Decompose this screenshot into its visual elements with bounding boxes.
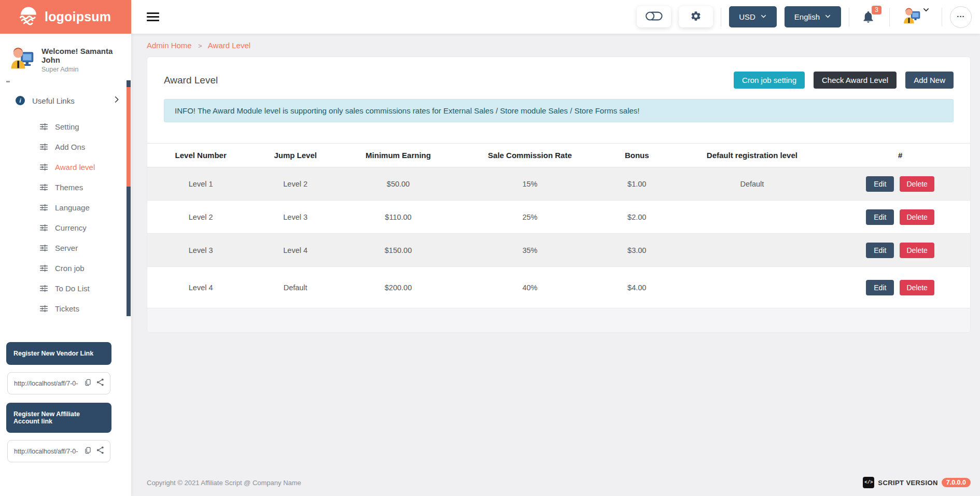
cell-level-number: Level 3 bbox=[147, 234, 254, 267]
edit-button[interactable]: Edit bbox=[866, 209, 894, 225]
hamburger-menu-icon[interactable] bbox=[147, 10, 159, 23]
gear-icon bbox=[690, 10, 702, 23]
cell-commission-rate: 15% bbox=[460, 167, 600, 201]
cell-bonus: $3.00 bbox=[600, 234, 674, 267]
sidebar-item-award-level[interactable]: Award level bbox=[0, 157, 131, 177]
sidebar-item-setting[interactable]: Setting bbox=[0, 117, 131, 137]
register-links-block: Register New Vendor Link http://localhos… bbox=[6, 342, 111, 471]
affiliate-link-input[interactable]: http://localhost/aff/7-0- bbox=[7, 440, 110, 462]
breadcrumb-separator: > bbox=[198, 42, 202, 50]
notifications-button[interactable]: 3 bbox=[857, 8, 881, 26]
sidebar-item-add-ons[interactable]: Add Ons bbox=[0, 137, 131, 157]
breadcrumb: Admin Home > Award Level bbox=[131, 34, 980, 50]
edit-button[interactable]: Edit bbox=[866, 280, 894, 295]
user-menu[interactable] bbox=[898, 6, 934, 28]
table-empty-row bbox=[147, 308, 970, 332]
cell-minimum-earning: $50.00 bbox=[337, 167, 460, 201]
sliders-icon bbox=[39, 163, 48, 172]
divider bbox=[889, 8, 890, 26]
card-header: Award Level Cron job setting Check Award… bbox=[147, 57, 970, 98]
user-avatar bbox=[902, 6, 921, 28]
check-award-level-button[interactable]: Check Award Level bbox=[814, 72, 897, 89]
column-header: Minimum Earning bbox=[337, 144, 460, 167]
table-row: Level 2 Level 3 $110.00 25% $2.00 Edit D… bbox=[147, 201, 970, 234]
edit-button[interactable]: Edit bbox=[866, 176, 894, 192]
vendor-link-input[interactable]: http://localhost/aff/7-0- bbox=[7, 372, 110, 394]
table-header-row: Level Number Jump Level Minimum Earning … bbox=[147, 144, 970, 167]
sidebar-item-server[interactable]: Server bbox=[0, 238, 131, 258]
delete-button[interactable]: Delete bbox=[900, 243, 934, 258]
column-header: Bonus bbox=[600, 144, 674, 167]
cell-level-number: Level 1 bbox=[147, 167, 254, 201]
sidebar-section-useful-links[interactable]: i Useful Links bbox=[0, 92, 131, 109]
breadcrumb-admin-home[interactable]: Admin Home bbox=[147, 41, 192, 50]
share-icon[interactable] bbox=[96, 378, 105, 389]
delete-button[interactable]: Delete bbox=[900, 209, 934, 225]
column-header: Level Number bbox=[147, 144, 254, 167]
page-title: Award Level bbox=[164, 75, 218, 86]
cell-jump-level: Level 3 bbox=[254, 201, 337, 234]
row-actions: Edit Delete bbox=[830, 209, 970, 225]
copy-icon[interactable] bbox=[84, 446, 92, 457]
script-version: </> SCRIPT VERSION 7.0.0.0 bbox=[863, 477, 971, 488]
language-dropdown[interactable]: English bbox=[785, 6, 841, 27]
notification-badge: 3 bbox=[872, 6, 881, 15]
sliders-icon bbox=[39, 264, 48, 273]
table-row: Level 3 Level 4 $150.00 35% $3.00 Edit D… bbox=[147, 234, 970, 267]
sidebar-scrollbar[interactable] bbox=[127, 80, 131, 316]
code-file-icon: </> bbox=[863, 477, 874, 488]
table-row: Level 1 Level 2 $50.00 15% $1.00 Default… bbox=[147, 167, 970, 201]
register-affiliate-button[interactable]: Register New Affiliate Account link bbox=[6, 403, 111, 433]
cell-commission-rate: 25% bbox=[460, 201, 600, 234]
user-role: Super Admin bbox=[41, 66, 124, 73]
delete-button[interactable]: Delete bbox=[900, 176, 934, 192]
sidebar: logoipsum Welcome! Samanta John Super Ad… bbox=[0, 0, 131, 496]
sliders-icon bbox=[39, 183, 48, 192]
footer: Copyright © 2021 Affiliate Script @ Comp… bbox=[147, 477, 971, 488]
edit-button[interactable]: Edit bbox=[866, 243, 894, 258]
collapsed-menu-dash bbox=[6, 81, 10, 82]
sidebar-menu: Setting Add Ons Award level Themes Langu… bbox=[0, 117, 131, 319]
add-new-button[interactable]: Add New bbox=[905, 72, 954, 89]
copy-icon[interactable] bbox=[84, 378, 92, 389]
sidebar-item-to-do-list[interactable]: To Do List bbox=[0, 278, 131, 299]
sidebar-item-language[interactable]: Language bbox=[0, 197, 131, 218]
register-vendor-button[interactable]: Register New Vendor Link bbox=[6, 342, 111, 365]
row-actions: Edit Delete bbox=[830, 280, 970, 295]
sidebar-item-themes[interactable]: Themes bbox=[0, 177, 131, 197]
breadcrumb-current[interactable]: Award Level bbox=[208, 41, 250, 50]
sliders-icon bbox=[39, 244, 48, 252]
affiliate-link-url: http://localhost/aff/7-0- bbox=[14, 448, 80, 455]
cell-default-level bbox=[674, 201, 831, 234]
main-content: Admin Home > Award Level Award Level Cro… bbox=[131, 34, 980, 496]
sidebar-item-currency[interactable]: Currency bbox=[0, 218, 131, 238]
user-profile: Welcome! Samanta John Super Admin bbox=[0, 34, 131, 78]
chevron-down-icon bbox=[922, 6, 930, 16]
settings-button[interactable] bbox=[679, 6, 713, 27]
sliders-icon bbox=[39, 203, 48, 212]
column-header: Sale Commission Rate bbox=[460, 144, 600, 167]
cell-level-number: Level 4 bbox=[147, 267, 254, 308]
sidebar-item-cron-job[interactable]: Cron job bbox=[0, 258, 131, 278]
cell-minimum-earning: $200.00 bbox=[337, 267, 460, 308]
cell-default-level bbox=[674, 234, 831, 267]
sidebar-scrollbar-thumb[interactable] bbox=[127, 87, 131, 187]
delete-button[interactable]: Delete bbox=[900, 280, 934, 295]
theme-toggle-button[interactable] bbox=[637, 6, 671, 27]
logo[interactable]: logoipsum bbox=[0, 0, 131, 34]
currency-dropdown[interactable]: USD bbox=[729, 6, 777, 27]
award-level-card: Award Level Cron job setting Check Award… bbox=[147, 56, 971, 333]
sidebar-item-tickets[interactable]: Tickets bbox=[0, 299, 131, 319]
topbar-actions: USD English 3 bbox=[637, 6, 980, 28]
cell-level-number: Level 2 bbox=[147, 201, 254, 234]
cron-job-setting-button[interactable]: Cron job setting bbox=[734, 72, 805, 89]
sliders-icon bbox=[39, 223, 48, 232]
info-alert: INFO! The Award Module level is supporti… bbox=[164, 99, 954, 122]
share-icon[interactable] bbox=[96, 446, 105, 457]
toggle-icon bbox=[645, 10, 663, 24]
cell-minimum-earning: $110.00 bbox=[337, 201, 460, 234]
row-actions: Edit Delete bbox=[830, 243, 970, 258]
cell-jump-level: Default bbox=[254, 267, 337, 308]
cell-minimum-earning: $150.00 bbox=[337, 234, 460, 267]
more-options-button[interactable]: ... bbox=[950, 6, 972, 28]
